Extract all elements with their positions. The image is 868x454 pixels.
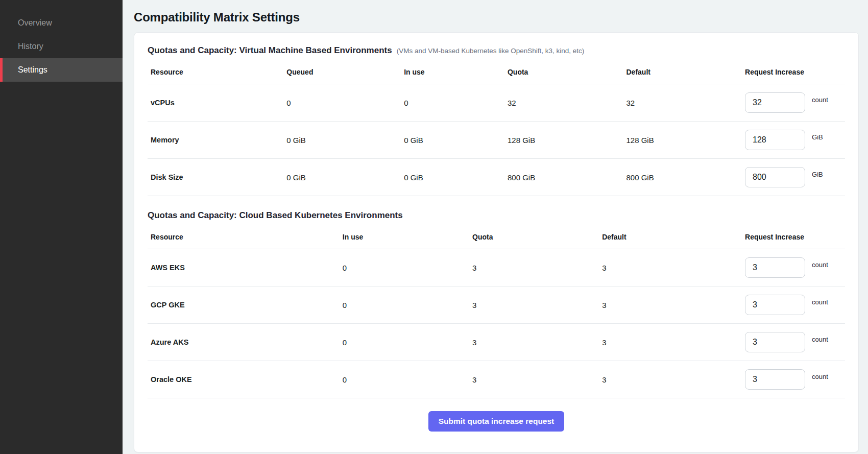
request-increase-cell: count [745, 92, 841, 113]
default-value: 32 [626, 99, 745, 107]
sidebar-item-history[interactable]: History [0, 35, 123, 58]
unit-label: count [812, 96, 828, 104]
request-increase-input-vcpus[interactable] [745, 92, 805, 113]
in-use-value: 0 [343, 301, 472, 309]
quota-value: 3 [472, 375, 602, 384]
request-increase-input-memory[interactable] [745, 130, 805, 150]
request-increase-cell: GiB [745, 167, 841, 187]
resource-name: AWS EKS [151, 264, 343, 272]
request-increase-input-gcp-gke[interactable] [745, 295, 805, 315]
request-increase-cell: count [745, 332, 841, 352]
cloud-quota-table: Resource In use Quota Default Request In… [148, 233, 845, 398]
default-value: 3 [602, 375, 745, 384]
main-content: Compatibility Matrix Settings Quotas and… [123, 0, 868, 454]
unit-label: count [812, 261, 828, 269]
section-title: Quotas and Capacity: Cloud Based Kuberne… [148, 210, 403, 221]
table-header-row: Resource In use Quota Default Request In… [148, 233, 845, 249]
queued-value: 0 GiB [286, 136, 404, 145]
column-header-in-use: In use [343, 233, 472, 241]
quota-value: 3 [472, 301, 602, 309]
column-header-queued: Queued [286, 68, 404, 76]
default-value: 800 GiB [626, 173, 745, 182]
sidebar-item-overview[interactable]: Overview [0, 11, 123, 35]
in-use-value: 0 [343, 375, 472, 384]
column-header-quota: Quota [508, 68, 626, 76]
quotas-card: Quotas and Capacity: Virtual Machine Bas… [134, 32, 859, 452]
quota-value: 800 GiB [508, 173, 626, 182]
resource-name: Azure AKS [151, 338, 343, 346]
sidebar: Overview History Settings [0, 0, 123, 454]
column-header-quota: Quota [472, 233, 602, 241]
section-heading: Quotas and Capacity: Virtual Machine Bas… [148, 45, 845, 56]
vm-quota-table: Resource Queued In use Quota Default Req… [148, 68, 845, 196]
unit-label: GiB [812, 133, 823, 141]
column-header-request-increase: Request Increase [745, 233, 841, 241]
quota-value: 3 [472, 338, 602, 347]
section-title: Quotas and Capacity: Virtual Machine Bas… [148, 45, 392, 56]
request-increase-cell: count [745, 295, 841, 315]
section-subtitle: (VMs and VM-based Kubernetes like OpenSh… [397, 47, 585, 55]
unit-label: count [812, 298, 828, 306]
column-header-request-increase: Request Increase [745, 68, 841, 76]
in-use-value: 0 GiB [404, 136, 508, 145]
quota-value: 128 GiB [508, 136, 626, 145]
default-value: 3 [602, 338, 745, 347]
request-increase-input-oracle-oke[interactable] [745, 369, 805, 390]
default-value: 128 GiB [626, 136, 745, 145]
table-row-disk-size: Disk Size 0 GiB 0 GiB 800 GiB 800 GiB Gi… [148, 159, 845, 196]
quota-value: 32 [508, 99, 626, 107]
submit-quota-increase-button[interactable]: Submit quota increase request [428, 411, 565, 432]
default-value: 3 [602, 301, 745, 309]
sidebar-item-label: History [18, 42, 43, 51]
resource-name: vCPUs [151, 99, 286, 107]
table-row-vcpus: vCPUs 0 0 32 32 count [148, 84, 845, 122]
table-row-memory: Memory 0 GiB 0 GiB 128 GiB 128 GiB GiB [148, 122, 845, 159]
request-increase-input-azure-aks[interactable] [745, 332, 805, 352]
page-title: Compatibility Matrix Settings [134, 10, 859, 25]
column-header-resource: Resource [151, 233, 343, 241]
table-header-row: Resource Queued In use Quota Default Req… [148, 68, 845, 84]
resource-name: GCP GKE [151, 301, 343, 309]
section-cloud-kubernetes: Quotas and Capacity: Cloud Based Kuberne… [148, 210, 845, 398]
unit-label: count [812, 336, 828, 343]
in-use-value: 0 GiB [404, 173, 508, 182]
column-header-resource: Resource [151, 68, 286, 76]
request-increase-cell: count [745, 257, 841, 278]
column-header-in-use: In use [404, 68, 508, 76]
sidebar-item-label: Overview [18, 18, 52, 28]
section-heading: Quotas and Capacity: Cloud Based Kuberne… [148, 210, 845, 221]
column-header-default: Default [602, 233, 745, 241]
table-row-gcp-gke: GCP GKE 0 3 3 count [148, 286, 845, 324]
queued-value: 0 GiB [286, 173, 404, 182]
table-row-aws-eks: AWS EKS 0 3 3 count [148, 249, 845, 286]
request-increase-input-disk-size[interactable] [745, 167, 805, 187]
table-row-oracle-oke: Oracle OKE 0 3 3 count [148, 361, 845, 398]
sidebar-item-label: Settings [18, 65, 47, 75]
resource-name: Oracle OKE [151, 375, 343, 384]
submit-bar: Submit quota increase request [148, 398, 845, 443]
request-increase-cell: count [745, 369, 841, 390]
resource-name: Memory [151, 136, 286, 144]
queued-value: 0 [286, 99, 404, 107]
section-vm-environments: Quotas and Capacity: Virtual Machine Bas… [148, 45, 845, 196]
unit-label: GiB [812, 171, 823, 178]
resource-name: Disk Size [151, 173, 286, 181]
table-row-azure-aks: Azure AKS 0 3 3 count [148, 324, 845, 361]
default-value: 3 [602, 264, 745, 272]
column-header-default: Default [626, 68, 745, 76]
in-use-value: 0 [404, 99, 508, 107]
unit-label: count [812, 373, 828, 380]
quota-value: 3 [472, 264, 602, 272]
request-increase-cell: GiB [745, 130, 841, 150]
sidebar-item-settings[interactable]: Settings [0, 58, 123, 82]
in-use-value: 0 [343, 264, 472, 272]
in-use-value: 0 [343, 338, 472, 347]
request-increase-input-aws-eks[interactable] [745, 257, 805, 278]
